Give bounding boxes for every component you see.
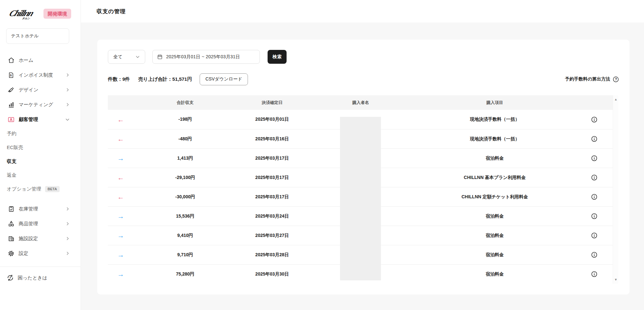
- row-purchase-item: 現地決済手数料（一括）: [414, 117, 576, 122]
- inflow-arrow-icon: →: [108, 213, 134, 220]
- row-purchase-item: 宿泊料金: [414, 233, 576, 239]
- sidebar-subitem-balance[interactable]: 収支: [0, 155, 80, 168]
- info-circle-icon[interactable]: [591, 155, 597, 161]
- customer-folder-icon: [8, 116, 14, 123]
- scroll-down-arrow-icon[interactable]: ▼: [613, 278, 619, 281]
- row-info-cell: [576, 252, 613, 258]
- chevron-right-icon: [65, 73, 70, 77]
- csv-download-button[interactable]: CSVダウンロード: [200, 73, 248, 85]
- row-amount: 9,710円: [134, 252, 237, 258]
- sidebar-item-label: 収支: [7, 158, 16, 164]
- info-circle-icon[interactable]: [591, 252, 597, 258]
- sidebar-item-label: デザイン: [19, 87, 38, 93]
- environment-badge: 開発環境: [43, 9, 71, 19]
- fee-calculation-help[interactable]: 予約手数料の算出方法 ?: [565, 76, 619, 82]
- outflow-arrow-icon: ←: [108, 136, 134, 142]
- summary-row: 件数：9件 売り上げ合計：51,571円 CSVダウンロード 予約手数料の算出方…: [108, 73, 619, 85]
- content-area: 全て 2025年03月01日 ~ 2025年03月31日 検索 件数：9件 売り…: [81, 23, 644, 310]
- sidebar-item-settings[interactable]: 設定: [0, 246, 80, 261]
- header-purchase-item: 購入項目: [414, 100, 576, 106]
- sidebar-logo-row: Chillnn チルン 開発環境: [0, 0, 80, 21]
- question-circle-icon: ?: [613, 76, 619, 82]
- logo-text: Chillnn: [8, 8, 33, 18]
- sidebar-item-label: 設定: [19, 250, 28, 257]
- svg-text:$: $: [10, 73, 12, 77]
- hotel-name-selector[interactable]: テストホテル: [6, 28, 69, 44]
- sidebar-item-design[interactable]: デザイン: [0, 82, 80, 97]
- filter-row: 全て 2025年03月01日 ~ 2025年03月31日 検索: [108, 50, 619, 64]
- outflow-arrow-icon: ←: [108, 174, 134, 181]
- sidebar-subitem-option-management[interactable]: オプション管理 BETA: [0, 182, 80, 196]
- chevron-right-icon: [65, 236, 70, 241]
- info-circle-icon[interactable]: [591, 136, 597, 142]
- hotel-name: テストホテル: [11, 33, 39, 39]
- svg-text:?: ?: [9, 276, 11, 279]
- sidebar-menu: ホーム $ インボイス制度 デザイン マーケティング: [0, 53, 80, 261]
- sidebar-item-facility-settings[interactable]: 施設設定: [0, 231, 80, 246]
- row-purchase-item: CHILLNN 基本プラン利用料金: [414, 175, 576, 181]
- header-settlement-date: 決済確定日: [237, 100, 308, 106]
- row-amount: -480円: [134, 136, 237, 142]
- date-range-input[interactable]: 2025年03月01日 ~ 2025年03月31日: [152, 50, 260, 64]
- row-purchase-item: 宿泊料金: [414, 155, 576, 161]
- page-header: 収支の管理: [81, 0, 644, 23]
- gear-icon: [8, 250, 14, 257]
- record-count: 件数：9件: [108, 76, 130, 82]
- info-circle-icon[interactable]: [591, 271, 597, 277]
- sidebar-item-products[interactable]: 商品管理: [0, 216, 80, 231]
- row-info-cell: [576, 174, 613, 181]
- calendar-icon: [157, 54, 163, 60]
- sidebar-item-label: 在庫管理: [19, 206, 38, 212]
- info-circle-icon[interactable]: [591, 232, 597, 239]
- page-title: 収支の管理: [97, 8, 126, 15]
- sidebar: Chillnn チルン 開発環境 テストホテル ホーム $ インボイス制度: [0, 0, 81, 310]
- type-select-dropdown[interactable]: 全て: [108, 50, 145, 64]
- row-info-cell: [576, 155, 613, 161]
- scroll-up-arrow-icon[interactable]: ▲: [613, 98, 619, 101]
- sidebar-subitem-reservations[interactable]: 予約: [0, 127, 80, 141]
- balance-card: 全て 2025年03月01日 ~ 2025年03月31日 検索 件数：9件 売り…: [97, 40, 630, 295]
- info-circle-icon[interactable]: [591, 174, 597, 181]
- inflow-arrow-icon: →: [108, 155, 134, 162]
- chevron-right-icon: [65, 207, 70, 211]
- invoice-icon: $: [8, 72, 14, 79]
- header-total-balance: 合計収支: [134, 100, 237, 106]
- sidebar-subitem-refunds[interactable]: 返金: [0, 168, 80, 182]
- chillnn-logo[interactable]: Chillnn チルン: [6, 6, 33, 21]
- sidebar-item-label: 顧客管理: [19, 117, 38, 123]
- row-amount: -30,000円: [134, 194, 237, 200]
- sidebar-subitem-ec-sales[interactable]: EC販売: [0, 141, 80, 155]
- search-button[interactable]: 検索: [268, 50, 287, 64]
- building-icon: [8, 235, 14, 242]
- info-circle-icon[interactable]: [591, 213, 597, 219]
- chevron-right-icon: [65, 221, 70, 226]
- help-label: 困ったときは: [18, 275, 47, 281]
- chevron-right-icon: [65, 88, 70, 92]
- sidebar-item-inventory[interactable]: 在庫管理: [0, 202, 80, 216]
- help-refresh-icon: ?: [7, 274, 14, 281]
- home-icon: [8, 57, 14, 64]
- sidebar-item-marketing[interactable]: マーケティング: [0, 97, 80, 112]
- sidebar-item-invoice[interactable]: $ インボイス制度: [0, 68, 80, 82]
- row-amount: 1,413円: [134, 155, 237, 161]
- sidebar-item-customer-management[interactable]: 顧客管理: [0, 112, 80, 127]
- fee-help-label: 予約手数料の算出方法: [565, 76, 610, 82]
- outflow-arrow-icon: ←: [108, 193, 134, 200]
- row-info-cell: [576, 117, 613, 123]
- date-range-value: 2025年03月01日 ~ 2025年03月31日: [166, 54, 240, 60]
- main-area: 収支の管理 全て 2025年03月01日 ~ 2025年03月31日 検索: [81, 0, 644, 310]
- inflow-arrow-icon: →: [108, 232, 134, 239]
- type-select-value: 全て: [113, 54, 122, 60]
- shapes-icon: [8, 221, 14, 227]
- sidebar-item-home[interactable]: ホーム: [0, 53, 80, 68]
- svg-text:?: ?: [615, 78, 617, 81]
- row-date: 2025年03月30日: [237, 271, 308, 277]
- info-circle-icon[interactable]: [591, 194, 597, 200]
- row-info-cell: [576, 194, 613, 200]
- table-scrollbar[interactable]: ▲ ▼: [613, 95, 618, 284]
- row-info-cell: [576, 271, 613, 277]
- row-amount: -198円: [134, 117, 237, 122]
- sidebar-item-help[interactable]: ? 困ったときは: [0, 269, 80, 287]
- row-purchase-item: 現地決済手数料（一括）: [414, 136, 576, 142]
- info-circle-icon[interactable]: [591, 117, 597, 123]
